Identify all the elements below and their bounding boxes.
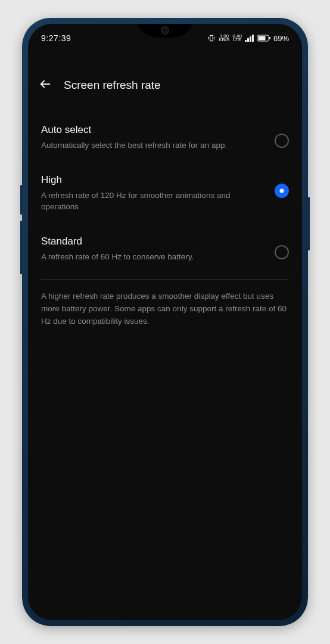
side-button [20, 221, 22, 274]
svg-rect-8 [258, 36, 265, 41]
option-title: High [41, 174, 265, 186]
svg-rect-9 [269, 37, 270, 39]
svg-rect-0 [210, 35, 213, 41]
option-standard[interactable]: Standard A refresh rate of 60 Hz to cons… [41, 225, 289, 275]
divider [41, 279, 289, 280]
option-description: A refresh rate of 60 Hz to conserve batt… [41, 251, 265, 263]
svg-rect-6 [252, 35, 254, 42]
radio-high[interactable] [275, 184, 289, 198]
phone-frame: 9:27:39 3.00 KB/S 0.40 LTE [22, 18, 308, 626]
side-button [20, 185, 22, 215]
network-type-indicator: 0.40 LTE [232, 35, 242, 42]
svg-rect-3 [245, 40, 247, 42]
radio-auto-select[interactable] [275, 134, 289, 148]
radio-standard[interactable] [275, 245, 289, 259]
battery-percentage: 69% [273, 34, 289, 43]
side-button [308, 197, 310, 250]
svg-rect-4 [247, 38, 249, 42]
option-title: Standard [41, 236, 265, 247]
status-time: 9:27:39 [41, 33, 71, 43]
status-indicators: 3.00 KB/S 0.40 LTE [207, 34, 289, 43]
page-title: Screen refresh rate [64, 79, 161, 92]
options-container: Auto select Automatically select the bes… [28, 113, 302, 328]
signal-icon [245, 35, 254, 42]
option-auto-select[interactable]: Auto select Automatically select the bes… [41, 113, 289, 163]
page-header: Screen refresh rate [28, 78, 302, 93]
phone-screen: 9:27:39 3.00 KB/S 0.40 LTE [28, 24, 302, 620]
vibrate-icon [207, 34, 216, 42]
back-arrow-icon[interactable] [39, 78, 52, 93]
footer-note: A higher refresh rate produces a smoothe… [41, 290, 289, 328]
option-description: Automatically select the best refresh ra… [41, 140, 265, 151]
option-title: Auto select [41, 124, 265, 136]
option-description: A refresh rate of 120 Hz for smoother an… [41, 190, 265, 213]
svg-rect-5 [250, 36, 251, 42]
option-high[interactable]: High A refresh rate of 120 Hz for smooth… [41, 163, 289, 225]
battery-icon [257, 35, 270, 42]
data-rate-indicator: 3.00 KB/S [219, 35, 229, 42]
